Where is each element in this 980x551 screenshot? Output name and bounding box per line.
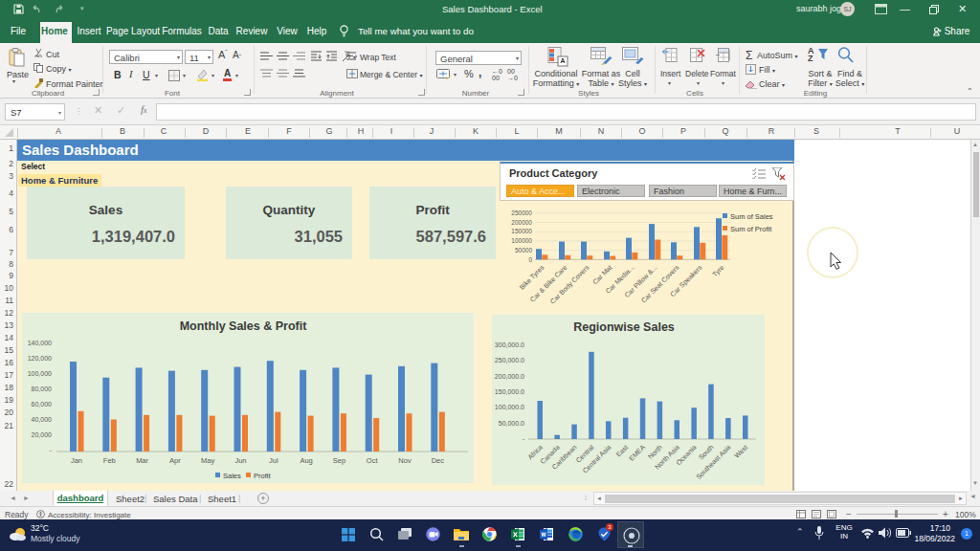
svg-text:May: May xyxy=(201,456,214,465)
svg-text:Sum of Sales: Sum of Sales xyxy=(730,212,773,221)
svg-text:Dec: Dec xyxy=(432,456,445,465)
svg-text:250000: 250000 xyxy=(511,209,532,216)
svg-text:60,000: 60,000 xyxy=(32,401,53,408)
svg-text:50000: 50000 xyxy=(515,247,532,253)
svg-text:Car Body Covers: Car Body Covers xyxy=(549,263,591,305)
svg-text:Aug: Aug xyxy=(300,456,312,465)
svg-text:0: 0 xyxy=(528,256,532,263)
svg-text:Mar: Mar xyxy=(136,456,148,465)
svg-text:200,000.0: 200,000.0 xyxy=(495,373,524,380)
svg-text:Jan: Jan xyxy=(71,456,82,465)
svg-text:West: West xyxy=(733,444,749,460)
svg-text:120,000: 120,000 xyxy=(28,355,52,362)
svg-text:Sum of Profit: Sum of Profit xyxy=(730,225,772,233)
svg-text:EMEA: EMEA xyxy=(628,444,647,463)
svg-text:Jun: Jun xyxy=(234,456,246,465)
svg-text:Oct: Oct xyxy=(367,456,379,465)
svg-text:100,000: 100,000 xyxy=(28,370,52,377)
svg-text:50,000.0: 50,000.0 xyxy=(499,420,524,427)
svg-text:-: - xyxy=(523,435,525,442)
svg-text:20,000: 20,000 xyxy=(32,431,53,438)
svg-text:Nov: Nov xyxy=(398,456,412,465)
svg-text:Profit: Profit xyxy=(254,472,271,480)
svg-text:Car Seat Covers: Car Seat Covers xyxy=(640,263,681,304)
svg-text:Sep: Sep xyxy=(333,456,345,465)
svg-text:100,000.0: 100,000.0 xyxy=(495,404,524,410)
svg-text:Regionwise Sales: Regionwise Sales xyxy=(573,320,675,334)
svg-text:150000: 150000 xyxy=(511,228,532,234)
svg-text:80,000: 80,000 xyxy=(32,386,53,392)
svg-text:300,000.0: 300,000.0 xyxy=(495,342,524,348)
svg-text:Apr: Apr xyxy=(169,456,181,465)
svg-text:100000: 100000 xyxy=(511,237,532,244)
svg-text:Feb: Feb xyxy=(103,456,116,465)
svg-text:150,000.0: 150,000.0 xyxy=(495,388,524,395)
svg-text:Monthly Sales & Profit: Monthly Sales & Profit xyxy=(180,320,307,333)
svg-text:-: - xyxy=(50,447,53,453)
svg-text:250,000.0: 250,000.0 xyxy=(495,357,524,364)
svg-text:200000: 200000 xyxy=(511,219,532,226)
svg-text:Tyre: Tyre xyxy=(711,264,725,278)
svg-text:140,000: 140,000 xyxy=(28,340,52,346)
svg-text:Jul: Jul xyxy=(269,456,278,465)
svg-text:40,000: 40,000 xyxy=(32,416,53,423)
svg-text:Sales: Sales xyxy=(223,472,241,480)
